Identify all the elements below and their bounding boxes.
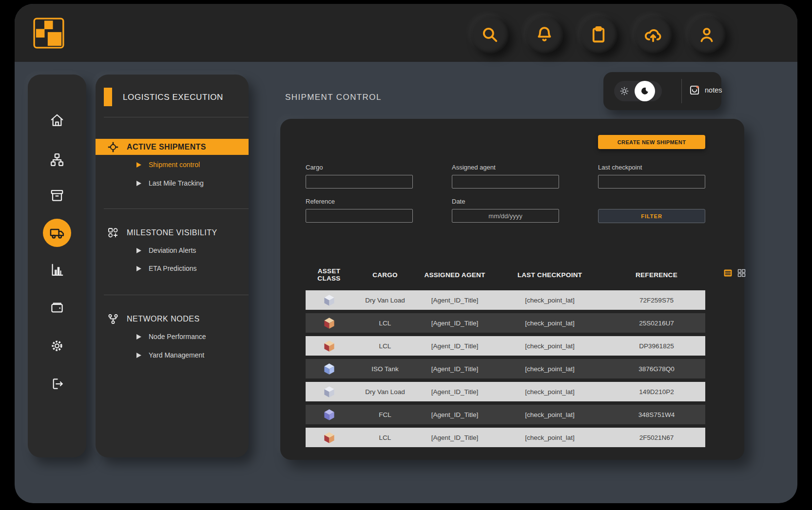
notes-button[interactable]: notes bbox=[688, 84, 722, 96]
table-row[interactable]: FCL [Agent_ID_Title] [check_point_lat] 3… bbox=[306, 405, 705, 424]
cell-assigned-agent: [Agent_ID_Title] bbox=[418, 342, 492, 350]
cell-assigned-agent: [Agent_ID_Title] bbox=[418, 320, 492, 327]
nav-item-last-mile-tracking[interactable]: Last Mile Tracking bbox=[96, 177, 249, 189]
nav-section-milestone-visibility[interactable]: MILESTONE VISIBILITY bbox=[96, 226, 249, 240]
nav-item-label: Yard Management bbox=[149, 351, 204, 359]
asset-class-cube-icon bbox=[323, 431, 336, 444]
search-button[interactable] bbox=[471, 16, 509, 54]
triangle-icon bbox=[135, 180, 142, 187]
cell-last-checkpoint: [check_point_lat] bbox=[492, 388, 608, 396]
cell-reference: 25S0216U7 bbox=[608, 320, 705, 327]
table-row[interactable]: LCL [Agent_ID_Title] [check_point_lat] 2… bbox=[306, 428, 705, 447]
nav-item-node-performance[interactable]: Node Performance bbox=[96, 331, 249, 342]
column-header-assigned-agent: ASSIGNED AGENT bbox=[418, 271, 492, 279]
search-icon bbox=[481, 25, 499, 44]
asset-class-cube-icon bbox=[323, 294, 336, 307]
cell-reference: DP3961825 bbox=[608, 342, 705, 350]
profile-icon bbox=[697, 25, 716, 44]
filter-label-last-checkpoint: Last checkpoint bbox=[598, 164, 642, 171]
nav-item-eta-predictions[interactable]: ETA Predictions bbox=[96, 263, 249, 274]
reference-input[interactable] bbox=[306, 209, 413, 223]
filter-button[interactable]: FILTER bbox=[598, 209, 705, 223]
cloud-upload-icon bbox=[644, 25, 662, 44]
create-new-shipment-button[interactable]: CREATE NEW SHIPMENT bbox=[598, 135, 705, 149]
nav-accent-bar bbox=[104, 88, 112, 106]
list-view-icon[interactable] bbox=[723, 268, 733, 278]
nav-item-yard-management[interactable]: Yard Management bbox=[96, 349, 249, 361]
cell-cargo: Dry Van Load bbox=[352, 388, 418, 396]
table-row[interactable]: ISO Tank [Agent_ID_Title] [check_point_l… bbox=[306, 359, 705, 378]
nav-item-label: Node Performance bbox=[149, 333, 206, 340]
table-row[interactable]: Dry Van Load [Agent_ID_Title] [check_poi… bbox=[306, 382, 705, 401]
nav-section-label: ACTIVE SHIPMENTS bbox=[127, 143, 206, 151]
filter-label-reference: Reference bbox=[306, 198, 335, 205]
sitemap-icon bbox=[50, 152, 64, 167]
view-mode-toggle bbox=[723, 268, 747, 278]
profile-button[interactable] bbox=[688, 16, 726, 54]
table-row[interactable]: LCL [Agent_ID_Title] [check_point_lat] D… bbox=[306, 336, 705, 356]
asset-class-cube-icon bbox=[323, 385, 336, 398]
sidebar-item-shipments[interactable] bbox=[43, 219, 71, 247]
sidebar-item-network[interactable] bbox=[46, 149, 68, 170]
cell-assigned-agent: [Agent_ID_Title] bbox=[418, 388, 492, 396]
cell-reference: 2F5021N67 bbox=[608, 434, 705, 441]
nav-section-active-shipments[interactable]: ACTIVE SHIPMENTS bbox=[96, 139, 249, 155]
cell-reference: 72F259S75 bbox=[608, 297, 705, 304]
cell-reference: 348S751W4 bbox=[608, 411, 705, 418]
top-bar bbox=[15, 4, 797, 62]
checker-logo-icon bbox=[33, 18, 64, 49]
theme-light-button[interactable] bbox=[614, 81, 635, 101]
cell-last-checkpoint: [check_point_lat] bbox=[492, 434, 608, 441]
cell-cargo: LCL bbox=[352, 320, 418, 327]
table-row[interactable]: Dry Van Load [Agent_ID_Title] [check_poi… bbox=[306, 290, 705, 310]
cell-cargo: Dry Van Load bbox=[352, 297, 418, 304]
cell-last-checkpoint: [check_point_lat] bbox=[492, 365, 608, 373]
sun-icon bbox=[619, 86, 630, 96]
nav-item-deviation-alerts[interactable]: Deviation Alerts bbox=[96, 245, 249, 256]
assigned-agent-input[interactable] bbox=[452, 175, 559, 189]
logout-icon bbox=[50, 377, 64, 391]
nav-item-label: Last Mile Tracking bbox=[149, 179, 204, 187]
cargo-input[interactable] bbox=[306, 175, 413, 189]
column-header-cargo: CARGO bbox=[352, 271, 418, 279]
nav-item-label: ETA Predictions bbox=[149, 264, 197, 272]
filter-label-date: Date bbox=[452, 198, 465, 205]
notes-label: notes bbox=[705, 86, 722, 94]
sidebar-item-home[interactable] bbox=[46, 110, 68, 131]
cell-last-checkpoint: [check_point_lat] bbox=[492, 411, 608, 418]
cell-last-checkpoint: [check_point_lat] bbox=[492, 342, 608, 350]
cloud-upload-button[interactable] bbox=[634, 16, 672, 54]
sidebar-item-wallet[interactable] bbox=[46, 297, 68, 318]
asset-class-cube-icon bbox=[323, 408, 336, 421]
nav-panel: LOGISTICS EXECUTION ACTIVE SHIPMENTS Shi… bbox=[96, 75, 249, 457]
nav-section-network-nodes[interactable]: NETWORK NODES bbox=[96, 312, 249, 326]
table-header: ASSET CLASS CARGO ASSIGNED AGENT LAST CH… bbox=[306, 267, 705, 279]
divider bbox=[104, 208, 249, 209]
triangle-icon bbox=[135, 162, 142, 168]
clipboard-icon bbox=[589, 25, 608, 44]
table-row[interactable]: LCL [Agent_ID_Title] [check_point_lat] 2… bbox=[306, 313, 705, 333]
sidebar-item-archive[interactable] bbox=[46, 185, 68, 206]
shapes-icon bbox=[107, 227, 119, 239]
sidebar-item-logout[interactable] bbox=[46, 373, 68, 395]
sidebar-item-settings[interactable] bbox=[46, 335, 68, 357]
theme-dark-button[interactable] bbox=[635, 81, 655, 101]
clipboard-button[interactable] bbox=[580, 16, 618, 54]
divider bbox=[104, 295, 249, 295]
page-title: SHIPMENT CONTROL bbox=[285, 93, 382, 102]
filter-label-cargo: Cargo bbox=[306, 164, 323, 171]
moon-icon bbox=[639, 86, 650, 96]
divider bbox=[681, 79, 682, 103]
nav-panel-title: LOGISTICS EXECUTION bbox=[123, 93, 223, 102]
date-input[interactable] bbox=[452, 209, 559, 223]
nav-item-shipment-control[interactable]: Shipment control bbox=[96, 159, 249, 170]
cell-reference: 149D210P2 bbox=[608, 388, 705, 396]
last-checkpoint-input[interactable] bbox=[598, 175, 705, 189]
grid-view-icon[interactable] bbox=[736, 268, 747, 278]
fork-icon bbox=[107, 313, 119, 325]
notifications-button[interactable] bbox=[525, 16, 563, 54]
sidebar-item-analytics[interactable] bbox=[46, 259, 68, 281]
triangle-icon bbox=[135, 247, 142, 254]
asset-class-cube-icon bbox=[323, 317, 336, 330]
nav-item-label: Deviation Alerts bbox=[149, 246, 196, 254]
